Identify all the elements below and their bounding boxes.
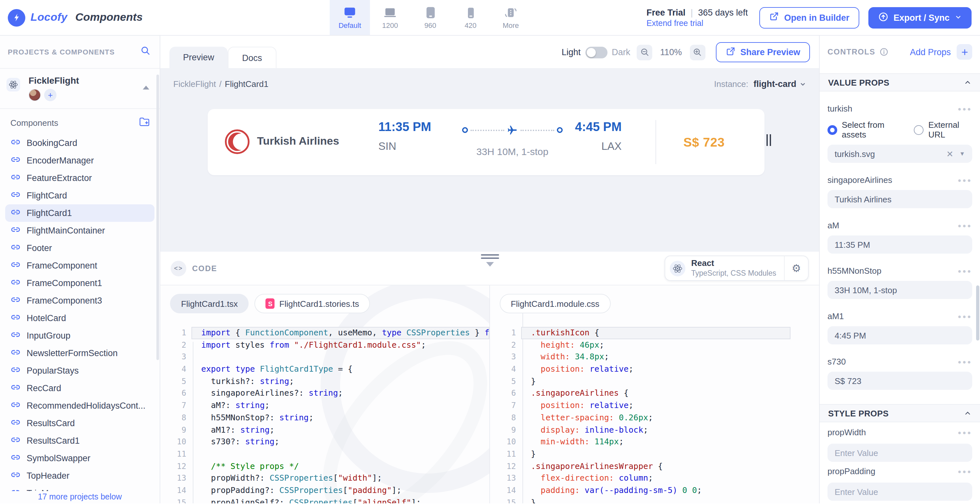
sidebar-item-reccard[interactable]: RecCard	[5, 379, 154, 397]
breakpoint-label: 960	[425, 21, 436, 29]
add-member-button[interactable]: +	[44, 89, 56, 101]
resize-handle[interactable]	[767, 134, 771, 146]
search-icon[interactable]	[140, 45, 151, 59]
breakpoint-more[interactable]: More	[491, 0, 531, 35]
sidebar-item-resultscard[interactable]: ResultsCard	[5, 414, 154, 432]
value-props-section-header[interactable]: VALUE PROPS	[820, 73, 980, 92]
code-editor-tsx[interactable]: 1import { FunctionComponent, useMemo, ty…	[160, 327, 489, 503]
file-tab-label: FlightCard1.stories.ts	[279, 299, 359, 308]
prop-menu-icon[interactable]: ●●●	[958, 222, 972, 229]
prop-menu-icon[interactable]: ●●●	[958, 268, 972, 274]
departure-time: 11:35 PM	[379, 120, 431, 134]
sidebar-item-flightmaincontainer[interactable]: FlightMainContainer	[5, 222, 154, 239]
prop-menu-icon[interactable]: ●●●	[958, 468, 972, 474]
sidebar-item-popularstays[interactable]: PopularStays	[5, 362, 154, 379]
radio-external-url[interactable]: External URL	[914, 120, 972, 139]
app-logo[interactable]: Locofy Components	[0, 0, 162, 35]
code-line: 6.singaporeAirlines {	[490, 388, 819, 399]
am1-input[interactable]: 4:45 PM	[827, 326, 972, 344]
prop-menu-icon[interactable]: ●●●	[958, 358, 972, 365]
instance-select[interactable]: flight-card	[754, 79, 806, 89]
sidebar-item-framecomponent3[interactable]: FrameComponent3	[5, 292, 154, 309]
component-link-icon	[10, 312, 21, 324]
sidebar-item-framecomponent1[interactable]: FrameComponent1	[5, 274, 154, 292]
sidebar-item-bookingcard[interactable]: BookingCard	[5, 134, 154, 152]
share-preview-button[interactable]: Share Preview	[716, 42, 810, 62]
sidebar-item-encodermanager[interactable]: EncoderManager	[5, 152, 154, 169]
sidebar-item-flightcard[interactable]: FlightCard	[5, 187, 154, 204]
tab-docs[interactable]: Docs	[228, 47, 277, 68]
avatar[interactable]	[29, 89, 41, 101]
component-link-icon	[10, 382, 21, 395]
s730-input[interactable]: S$ 723	[827, 372, 972, 390]
sidebar-item-inputgroup[interactable]: InputGroup	[5, 327, 154, 344]
sidebar-item-framecomponent[interactable]: FrameComponent	[5, 257, 154, 274]
zoom-in-button[interactable]	[690, 44, 705, 60]
external-link-icon	[769, 12, 779, 23]
code-line: 7 position: relative;	[490, 399, 819, 412]
share-icon	[725, 46, 735, 58]
prop-menu-icon[interactable]: ●●●	[958, 313, 972, 319]
sidebar-scrollbar[interactable]	[156, 74, 159, 360]
gear-icon[interactable]: ⚙	[785, 262, 808, 274]
prop-menu-icon[interactable]: ●●●	[958, 429, 972, 436]
breakpoint-1200[interactable]: 1200	[370, 0, 410, 35]
flight-card-preview[interactable]: Turkish Airlines 11:35 PM SIN	[208, 109, 765, 175]
sidebar-item-footer[interactable]: Footer	[5, 239, 154, 257]
export-sync-label: Export / Sync	[893, 13, 950, 22]
breakpoint-label: 420	[465, 21, 477, 29]
sidebar-item-resultscard1[interactable]: ResultsCard1	[5, 432, 154, 450]
style-props-section-header[interactable]: STYLE PROPS	[820, 404, 980, 422]
theme-toggle[interactable]	[585, 46, 607, 58]
sidebar-item-recommendedholidayscont-[interactable]: RecommendedHolidaysCont...	[5, 397, 154, 414]
propwidth-input[interactable]: Enter Value	[827, 444, 972, 462]
zoom-out-button[interactable]	[637, 44, 652, 60]
sidebar-item-featureextractor[interactable]: FeatureExtractor	[5, 169, 154, 187]
prop-menu-icon[interactable]: ●●●	[958, 105, 972, 112]
panel-drag-handle[interactable]	[480, 254, 499, 266]
file-tab-tsx[interactable]: FlightCard1.tsx	[170, 294, 249, 313]
file-tab-stories[interactable]: S FlightCard1.stories.ts	[255, 294, 370, 313]
breakpoint-420[interactable]: 420	[450, 0, 491, 35]
turkish-asset-input[interactable]: turkish.svg ✕▼	[827, 145, 972, 163]
h55mnonstop-input[interactable]: 33H 10M, 1-stop	[827, 281, 972, 299]
trial-days-left: 365 days left	[698, 8, 748, 17]
add-folder-icon[interactable]	[139, 117, 150, 129]
airline-name: Turkish Airlines	[257, 135, 339, 148]
sidebar-item-flightcard1[interactable]: FlightCard1	[5, 204, 154, 222]
code-line: 3	[160, 351, 489, 363]
extend-trial-link[interactable]: Extend free trial	[646, 19, 748, 28]
sidebar-item-newsletterformsection[interactable]: NewsletterFormSection	[5, 344, 154, 362]
singaporeairlines-input[interactable]: Turkish Airlines	[827, 190, 972, 208]
export-sync-button[interactable]: Export / Sync	[868, 7, 972, 28]
sidebar-item-symbolswapper[interactable]: SymbolSwapper	[5, 450, 154, 467]
code-editor-css[interactable]: 1.turkishIcon {2 height: 46px;3 width: 3…	[490, 327, 819, 503]
component-label: HotelCard	[27, 313, 66, 323]
sidebar-item-hotelcard[interactable]: HotelCard	[5, 309, 154, 327]
logo-brand-text: Locofy	[30, 11, 67, 24]
prop-menu-icon[interactable]: ●●●	[958, 177, 972, 183]
more-projects-link[interactable]: 17 more projects below	[0, 491, 160, 501]
code-line: 11	[160, 448, 489, 460]
component-label: SymbolSwapper	[27, 453, 91, 463]
file-tab-css[interactable]: FlightCard1.module.css	[500, 294, 610, 313]
storybook-icon: S	[266, 298, 275, 309]
component-label: PopularStays	[27, 366, 79, 376]
framework-card[interactable]: React TypeScript, CSS Modules ⚙	[665, 255, 809, 281]
radio-select-from-assets[interactable]: Select from assets	[827, 120, 903, 139]
controls-scrollbar[interactable]	[976, 285, 979, 341]
proppadding-input[interactable]: Enter Value	[827, 483, 972, 501]
collapse-caret-icon[interactable]	[143, 86, 149, 90]
add-props-plus-button[interactable]	[957, 44, 972, 60]
dropdown-caret-icon[interactable]: ▼	[959, 151, 965, 157]
tab-preview[interactable]: Preview	[169, 47, 228, 68]
breakpoint-960[interactable]: 960	[410, 0, 450, 35]
clear-icon[interactable]: ✕	[946, 149, 953, 158]
breadcrumb-project[interactable]: FickleFlight	[173, 79, 216, 89]
open-in-builder-button[interactable]: Open in Builder	[759, 7, 859, 28]
breakpoint-default[interactable]: Default	[330, 0, 370, 35]
add-props-link[interactable]: Add Props	[910, 47, 951, 57]
sidebar-item-topheader[interactable]: TopHeader	[5, 467, 154, 485]
am-input[interactable]: 11:35 PM	[827, 235, 972, 254]
project-row-fickleflight[interactable]: FickleFlight +	[0, 69, 160, 109]
